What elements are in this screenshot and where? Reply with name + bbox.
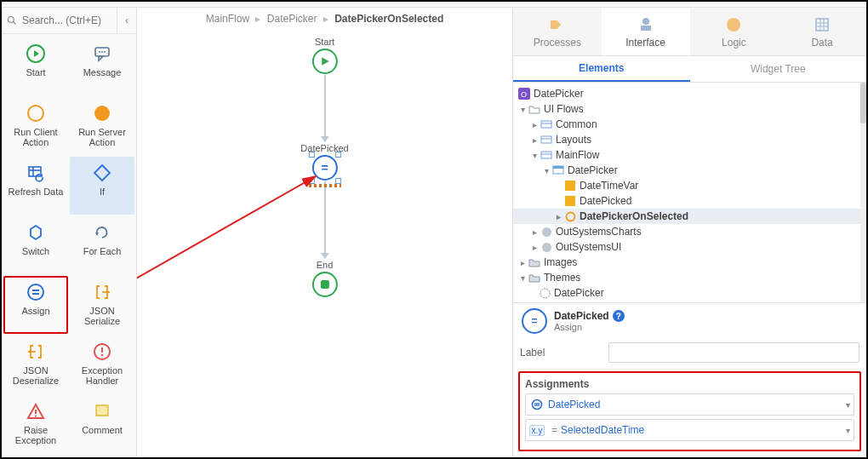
tool-message[interactable]: Message — [70, 37, 134, 95]
tree-datepickeronselected[interactable]: ▸DatePickerOnSelected — [513, 209, 866, 224]
assign-node[interactable]: = — [311, 155, 337, 181]
assignment-variable-row[interactable]: DatePicked ▾ — [525, 393, 854, 416]
tree-common[interactable]: ▸Common — [513, 117, 866, 132]
tool-start[interactable]: Start — [3, 37, 68, 95]
chevron-down-icon[interactable]: ▾ — [530, 151, 539, 160]
node-label: Start — [315, 37, 334, 47]
tab-processes[interactable]: Processes — [513, 8, 602, 55]
tool-switch[interactable]: Switch — [3, 216, 68, 274]
tab-logic[interactable]: Logic — [690, 8, 779, 55]
toolbox-collapse-button[interactable]: ‹ — [117, 8, 136, 33]
stop-icon — [320, 280, 328, 289]
node-label: End — [317, 260, 334, 270]
property-name: Label — [520, 347, 602, 359]
breadcrumb-item[interactable]: MainFlow — [206, 13, 249, 25]
chevron-right-icon[interactable]: ▸ — [530, 135, 539, 145]
selected-subtitle: Assign — [554, 322, 625, 332]
tab-interface[interactable]: Interface — [602, 8, 690, 55]
tree-mainflow[interactable]: ▾MainFlow — [513, 147, 866, 163]
tool-if[interactable]: If — [70, 157, 134, 215]
tree-label: UI Flows — [544, 103, 584, 115]
app-frame: ‹ Start Message Run Client Action — [0, 0, 868, 459]
tree-outsystemscharts[interactable]: ▸OutSystemsCharts — [513, 224, 866, 239]
reference-icon — [540, 226, 552, 238]
tree-label: DatePicked — [580, 195, 631, 207]
svg-point-9 — [28, 106, 43, 121]
tab-label: Data — [811, 37, 832, 49]
breadcrumb-current: DatePickerOnSelected — [334, 13, 443, 25]
svg-marker-34 — [551, 20, 561, 29]
tree-label: Common — [556, 118, 597, 130]
property-label-input[interactable] — [608, 342, 859, 363]
flow-icon — [540, 118, 552, 130]
tool-json-serialize[interactable]: JSON Serialize — [70, 276, 134, 334]
selection-handle[interactable] — [308, 152, 314, 158]
tree-datepicked-var[interactable]: DatePicked — [513, 193, 866, 209]
assignment-value-row[interactable]: x.y = SelectedDateTime ▾ — [525, 419, 854, 441]
tool-assign[interactable]: Assign — [3, 276, 68, 334]
tab-data[interactable]: Data — [778, 8, 866, 55]
chevron-down-icon[interactable]: ▾ — [518, 105, 527, 114]
tool-raise-exception[interactable]: Raise Exception — [3, 395, 68, 453]
subtab-widget-tree[interactable]: Widget Tree — [690, 56, 867, 82]
chevron-down-icon[interactable]: ▾ — [518, 273, 527, 283]
svg-point-10 — [94, 106, 110, 121]
subtab-elements[interactable]: Elements — [513, 56, 690, 82]
assignment-value: SelectedDateTime — [561, 424, 644, 436]
chevron-right-icon: ▸ — [255, 13, 260, 25]
tree-themes[interactable]: ▾Themes — [513, 270, 866, 285]
tree-theme-datepicker[interactable]: DatePicker — [513, 285, 866, 301]
toolbox-panel: ‹ Start Message Run Client Action — [2, 8, 137, 457]
tab-label: Interface — [625, 37, 665, 49]
tree-datetimevar[interactable]: DateTimeVar — [513, 178, 866, 193]
tree-images[interactable]: ▸Images — [513, 255, 866, 270]
tree-outsystemsui[interactable]: ▸OutSystemsUI — [513, 239, 866, 255]
chevron-right-icon[interactable]: ▸ — [530, 120, 539, 129]
tool-label: JSON Serialize — [70, 306, 134, 326]
warning-underline-icon — [308, 184, 340, 187]
start-node[interactable] — [311, 49, 337, 74]
chevron-right-icon[interactable]: ▸ — [530, 243, 539, 252]
tree-layouts[interactable]: ▸Layouts — [513, 132, 866, 147]
tool-run-server-action[interactable]: Run Server Action — [70, 97, 134, 155]
assign-target-icon — [529, 399, 545, 410]
run-server-action-icon — [91, 102, 113, 124]
refresh-data-icon — [25, 162, 47, 184]
tree-module-root[interactable]: ODatePicker — [513, 86, 866, 101]
end-node[interactable] — [311, 272, 337, 297]
breadcrumb-item[interactable]: DatePicker — [267, 13, 317, 25]
flow-canvas[interactable]: MainFlow ▸ DatePicker ▸ DatePickerOnSele… — [137, 8, 512, 457]
scrollbar-thumb[interactable] — [860, 83, 866, 123]
toolbox-search[interactable] — [2, 14, 117, 27]
tree-label: DatePicker — [568, 164, 618, 176]
svg-marker-17 — [95, 232, 99, 236]
selection-handle[interactable] — [308, 178, 314, 184]
tree-datepicker-screen[interactable]: ▾DatePicker — [513, 163, 866, 178]
tree-label: DatePickerOnSelected — [580, 210, 688, 222]
svg-point-56 — [542, 227, 551, 237]
elements-tree[interactable]: ODatePicker ▾UI Flows ▸Common ▸Layouts ▾… — [513, 83, 866, 302]
chevron-down-icon[interactable]: ▾ — [846, 400, 850, 410]
chevron-down-icon[interactable]: ▾ — [542, 166, 551, 175]
tool-json-deserialize[interactable]: JSON Deserialize — [3, 336, 68, 393]
json-serialize-icon — [91, 281, 113, 303]
tool-for-each[interactable]: For Each — [70, 216, 134, 274]
help-icon[interactable]: ? — [613, 310, 625, 322]
chevron-right-icon[interactable]: ▸ — [530, 227, 539, 237]
chevron-right-icon[interactable]: ▸ — [518, 258, 527, 267]
tool-exception-handler[interactable]: Exception Handler — [70, 336, 134, 393]
selection-handle[interactable] — [334, 152, 340, 158]
tree-ui-flows[interactable]: ▾UI Flows — [513, 101, 866, 117]
chevron-left-icon: ‹ — [125, 14, 128, 26]
chevron-down-icon[interactable]: ▾ — [846, 426, 850, 435]
equals-icon: = — [551, 424, 557, 436]
tool-label: For Each — [82, 246, 123, 256]
svg-point-59 — [533, 400, 542, 410]
tool-run-client-action[interactable]: Run Client Action — [3, 97, 68, 155]
switch-icon — [25, 221, 47, 244]
tool-refresh-data[interactable]: Refresh Data — [3, 157, 68, 215]
tool-comment[interactable]: Comment — [70, 395, 134, 453]
search-input[interactable] — [20, 14, 111, 27]
chevron-right-icon[interactable]: ▸ — [554, 212, 562, 221]
selection-handle[interactable] — [334, 178, 340, 184]
